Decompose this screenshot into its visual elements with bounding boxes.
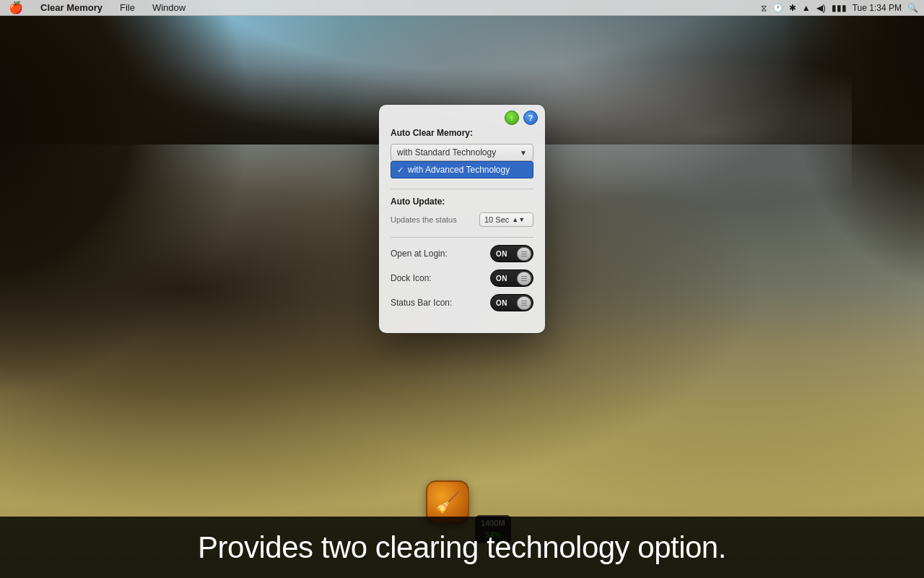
status-bar-icon-toggle-knob (517, 296, 531, 310)
caption-bar: Provides two clearing technology option. (0, 517, 924, 578)
bluetooth-icon: ✱ (789, 3, 796, 13)
auto-update-section: Auto Update: Updates the status 10 Sec ▲… (391, 197, 533, 227)
dropdown-arrow: ▼ (520, 149, 527, 157)
wifi-icon: ▲ (802, 3, 811, 13)
status-bar-icon-label: Status Bar Icon: (391, 298, 452, 308)
dock-icon-toggle-on-text: ON (496, 275, 507, 282)
battery-icon: ▮▮▮ (832, 3, 847, 13)
menubar: 🍎 Clear Memory File Window ⧖ 🕐 ✱ ▲ ◀) ▮▮… (0, 0, 924, 16)
status-bar-icon-toggle-on-text: ON (496, 299, 507, 307)
update-interval-row: Updates the status 10 Sec ▲▼ (391, 212, 533, 227)
menubar-right: ⧖ 🕐 ✱ ▲ ◀) ▮▮▮ Tue 1:34 PM 🔍 (761, 3, 918, 13)
app-icon-symbol: 🧹 (435, 491, 461, 514)
app-name-menu[interactable]: Clear Memory (38, 2, 105, 13)
dock-icon-label: Dock Icon: (391, 273, 432, 283)
toggle-knob-lines-1 (521, 251, 527, 256)
knob-line (521, 278, 527, 279)
knob-line (521, 303, 527, 303)
file-menu[interactable]: File (117, 2, 138, 13)
section-divider-1 (391, 189, 533, 189)
standard-technology-option[interactable]: with Standard Technology ▼ (391, 144, 533, 161)
updates-status-label: Updates the status (391, 215, 474, 224)
timemachine-icon: ⧖ (761, 3, 767, 13)
cave-right-overlay (780, 0, 924, 289)
open-at-login-label: Open at Login: (391, 249, 448, 259)
auto-clear-section: Auto Clear Memory: with Standard Technol… (391, 128, 533, 178)
status-bar-icon-row: Status Bar Icon: ON (391, 294, 533, 311)
apple-menu[interactable]: 🍎 (6, 1, 26, 14)
window-menu[interactable]: Window (149, 2, 188, 13)
help-icon-button[interactable]: ? (523, 111, 538, 125)
toggle-knob-lines-2 (521, 276, 527, 281)
caption-text: Provides two clearing technology option. (198, 530, 726, 565)
interval-arrow: ▲▼ (512, 216, 525, 223)
dialog-body: Auto Clear Memory: with Standard Technol… (379, 128, 545, 311)
technology-dropdown-container: with Standard Technology ▼ ✓ with Advanc… (391, 144, 533, 178)
dock-icon-toggle-knob (517, 272, 531, 285)
auto-update-label: Auto Update: (391, 197, 533, 207)
knob-line (521, 276, 527, 277)
clock-icon: 🕐 (772, 3, 783, 13)
update-icon-button[interactable]: ↑ (505, 111, 519, 125)
dock-icon-toggle[interactable]: ON (490, 269, 533, 287)
standard-option-text: with Standard Technology (397, 147, 496, 158)
open-at-login-toggle-knob (517, 247, 531, 261)
knob-line (521, 305, 527, 306)
interval-value: 10 Sec (484, 215, 509, 224)
status-bar-icon-toggle[interactable]: ON (490, 294, 533, 311)
toggle-knob-lines-3 (521, 301, 527, 306)
dialog-header: ↑ ? (379, 105, 545, 128)
section-divider-2 (391, 237, 533, 238)
open-at-login-row: Open at Login: ON (391, 245, 533, 262)
knob-line (521, 301, 527, 301)
advanced-option-text: with Advanced Technology (408, 165, 510, 175)
menubar-left: 🍎 Clear Memory File Window (6, 1, 761, 14)
update-interval-select[interactable]: 10 Sec ▲▼ (479, 212, 533, 227)
knob-line (521, 256, 527, 256)
volume-icon: ◀) (816, 3, 826, 13)
auto-clear-label: Auto Clear Memory: (391, 128, 533, 138)
open-at-login-toggle-on-text: ON (496, 250, 507, 258)
knob-line (521, 254, 527, 254)
settings-dialog: ↑ ? Auto Clear Memory: with Standard Tec… (379, 105, 545, 333)
cave-left-overlay (0, 0, 253, 397)
knob-line (521, 251, 527, 252)
advanced-technology-option[interactable]: ✓ with Advanced Technology (391, 161, 533, 178)
spotlight-icon[interactable]: 🔍 (907, 3, 918, 13)
knob-line (521, 280, 527, 281)
open-at-login-toggle[interactable]: ON (490, 245, 533, 262)
dock-icon-row: Dock Icon: ON (391, 269, 533, 287)
menubar-time: Tue 1:34 PM (853, 3, 902, 13)
selected-checkmark: ✓ (397, 165, 404, 175)
